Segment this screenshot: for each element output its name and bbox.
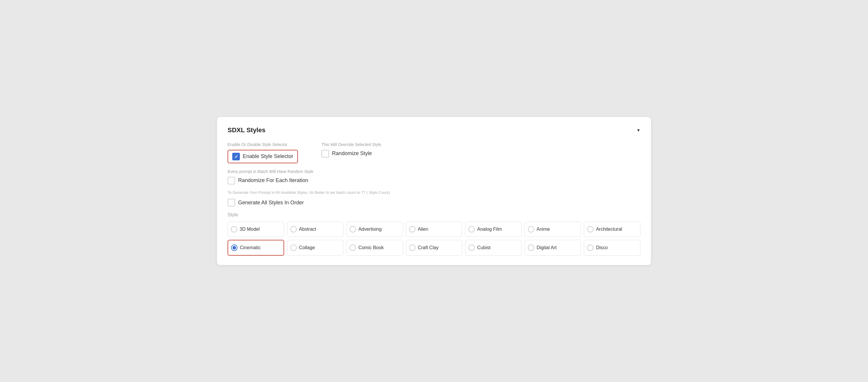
randomize-style-section: This Will Override Selected Style Random… (321, 142, 381, 163)
style-item-alien[interactable]: Alien (406, 222, 462, 237)
style-label-architectural: Architectural (596, 227, 622, 232)
radio-disco (587, 245, 593, 251)
generate-all-checkbox-label[interactable]: Generate All Styles In Order (238, 200, 304, 206)
style-label-cinematic: Cinematic (240, 245, 261, 250)
style-item-abstract[interactable]: Abstract (287, 222, 344, 237)
radio-comic-book (349, 245, 356, 251)
radio-analog-film (468, 226, 475, 232)
style-item-advertising[interactable]: Advertising (346, 222, 403, 237)
radio-3d-model (231, 226, 237, 232)
generate-all-checkbox-wrapper[interactable] (227, 199, 235, 206)
enable-style-section: Enable Or Disable Style Selector Enable … (227, 142, 298, 163)
style-item-cubist[interactable]: Cubist (465, 240, 522, 256)
radio-cinematic (231, 245, 238, 251)
style-label-collage: Collage (299, 245, 315, 250)
style-label-comic-book: Comic Book (358, 245, 383, 250)
top-controls-row: Enable Or Disable Style Selector Enable … (227, 142, 641, 163)
panel-title: SDXL Styles (227, 126, 266, 134)
randomize-iteration-item: Randomize For Each Iteration (227, 177, 641, 184)
style-item-3d-model[interactable]: 3D Model (227, 222, 284, 237)
style-label-anime: Anime (537, 227, 550, 232)
randomize-iteration-checkbox-label[interactable]: Randomize For Each Iteration (238, 178, 308, 184)
style-label-abstract: Abstract (299, 227, 316, 232)
randomize-style-checkbox-wrapper[interactable] (321, 150, 329, 157)
style-item-disco[interactable]: Disco (584, 240, 641, 256)
radio-digital-art (528, 245, 534, 251)
radio-cubist (468, 245, 475, 251)
style-label-disco: Disco (596, 245, 608, 250)
style-section: Style 3D ModelAbstractAdvertisingAlienAn… (227, 212, 641, 256)
radio-abstract (290, 226, 297, 232)
enable-style-box: Enable Style Selector (227, 150, 298, 163)
style-item-analog-film[interactable]: Analog Film (465, 222, 522, 237)
style-item-cinematic[interactable]: Cinematic (227, 240, 284, 256)
randomize-iteration-label: Every prompt in Batch Will Have Random S… (227, 169, 641, 174)
radio-collage (290, 245, 297, 251)
style-item-architectural[interactable]: Architectural (584, 222, 641, 237)
enable-style-checkbox-wrapper[interactable] (232, 153, 240, 160)
style-grid: 3D ModelAbstractAdvertisingAlienAnalog F… (227, 222, 641, 256)
generate-all-item: Generate All Styles In Order (227, 199, 641, 206)
randomize-style-checkbox[interactable] (321, 150, 329, 157)
enable-style-checkbox-label[interactable]: Enable Style Selector (243, 153, 293, 159)
generate-all-hint: To Generate Your Prompt in All Available… (227, 190, 641, 195)
enable-style-label: Enable Or Disable Style Selector (227, 142, 298, 147)
style-label-alien: Alien (418, 227, 428, 232)
collapse-icon[interactable]: ▼ (636, 128, 641, 132)
randomize-iteration-checkbox[interactable] (227, 177, 235, 184)
style-item-collage[interactable]: Collage (287, 240, 344, 256)
randomize-style-label: This Will Override Selected Style (321, 142, 381, 147)
radio-alien (409, 226, 415, 232)
enable-style-checkbox[interactable] (232, 153, 240, 160)
style-label-advertising: Advertising (358, 227, 381, 232)
sdxl-styles-panel: SDXL Styles ▼ Enable Or Disable Style Se… (217, 117, 651, 265)
style-label-3d-model: 3D Model (240, 227, 259, 232)
style-item-craft-clay[interactable]: Craft Clay (406, 240, 462, 256)
style-label-analog-film: Analog Film (477, 227, 502, 232)
divider-1: Every prompt in Batch Will Have Random S… (227, 169, 641, 184)
randomize-iteration-checkbox-wrapper[interactable] (227, 177, 235, 184)
randomize-style-checkbox-label[interactable]: Randomize Style (332, 150, 372, 157)
panel-header: SDXL Styles ▼ (227, 126, 641, 134)
style-section-label: Style (227, 212, 641, 218)
style-label-cubist: Cubist (477, 245, 490, 250)
radio-anime (528, 226, 534, 232)
divider-2: To Generate Your Prompt in All Available… (227, 190, 641, 207)
randomize-style-item: Randomize Style (321, 150, 381, 157)
style-label-craft-clay: Craft Clay (418, 245, 439, 250)
style-item-digital-art[interactable]: Digital Art (525, 240, 581, 256)
style-label-digital-art: Digital Art (537, 245, 557, 250)
radio-architectural (587, 226, 593, 232)
radio-craft-clay (409, 245, 415, 251)
radio-advertising (349, 226, 356, 232)
style-item-anime[interactable]: Anime (525, 222, 581, 237)
style-item-comic-book[interactable]: Comic Book (346, 240, 403, 256)
generate-all-checkbox[interactable] (227, 199, 235, 206)
